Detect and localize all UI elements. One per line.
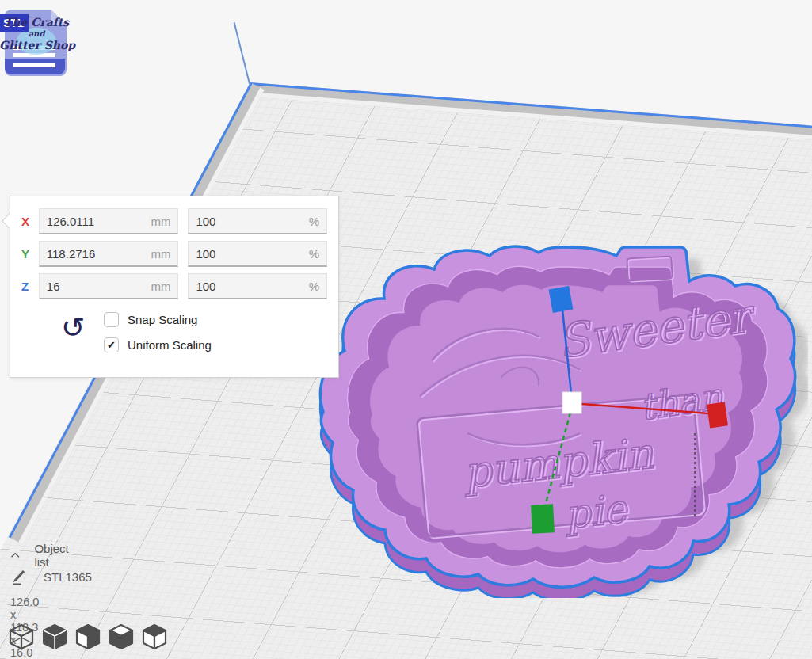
uniform-scaling-checkbox[interactable]: ✔ (104, 337, 119, 352)
snap-scaling-label: Snap Scaling (128, 313, 197, 326)
x-percent-unit: % (309, 215, 319, 228)
mesh-type-toolbar (8, 623, 168, 651)
scale-row-z: Z 16 mm 100 % (21, 273, 327, 299)
object-list-title[interactable]: Object list (34, 542, 72, 569)
wireframe-cube-icon (8, 623, 35, 651)
open-top-cube-icon (108, 623, 135, 651)
build-volume-corner-post (234, 22, 250, 84)
scale-options: ↺ Snap Scaling ✔ Uniform Scaling (21, 312, 327, 375)
y-size-unit: mm (151, 247, 170, 261)
reset-scale-icon[interactable]: ↺ (61, 314, 85, 342)
stl-file-logo: STL The Crafts and Glitter Shop (0, 2, 79, 81)
top-face-cube-button[interactable] (141, 623, 168, 651)
x-size-input[interactable]: 126.0111 mm (39, 208, 179, 234)
open-top-cube-button[interactable] (108, 623, 135, 651)
z-percent-unit: % (309, 280, 319, 293)
wireframe-cube-button[interactable] (8, 623, 35, 651)
solid-cube-icon (41, 623, 68, 651)
x-size-unit: mm (151, 215, 170, 228)
scale-handle-y[interactable] (531, 504, 555, 533)
x-size-value[interactable]: 126.0111 (47, 215, 94, 228)
solid-cube-button[interactable] (41, 623, 68, 651)
object-name[interactable]: STL1365 (44, 570, 92, 584)
axis-label-z: Z (21, 280, 39, 293)
watermark-line1: The Crafts (4, 16, 70, 29)
word-pie: pie (561, 486, 631, 538)
z-percent-input[interactable]: 100 % (188, 273, 327, 299)
snap-scaling-option[interactable]: Snap Scaling (104, 312, 212, 327)
watermark-line3: Glitter Shop (0, 39, 76, 51)
scale-handle-uniform[interactable] (562, 392, 581, 413)
front-face-cube-button[interactable] (74, 623, 101, 651)
uniform-scaling-label: Uniform Scaling (128, 338, 212, 352)
z-size-input[interactable]: 16 mm (39, 273, 179, 299)
object-list-item[interactable]: STL1365 (11, 569, 92, 585)
pencil-edit-icon[interactable] (11, 569, 28, 585)
watermark-line2: and (29, 29, 46, 38)
y-percent-unit: % (309, 247, 319, 261)
uniform-scaling-option[interactable]: ✔ Uniform Scaling (104, 337, 212, 352)
scale-tool-panel: X 126.0111 mm 100 % Y 118.2716 mm 100 % … (10, 196, 339, 378)
z-size-unit: mm (151, 280, 170, 293)
axis-label-y: Y (21, 247, 39, 261)
z-size-value[interactable]: 16 (47, 280, 60, 293)
scale-handle-z[interactable] (549, 286, 574, 313)
y-percent-value[interactable]: 100 (196, 247, 215, 261)
y-size-value[interactable]: 118.2716 (47, 247, 95, 261)
y-size-input[interactable]: 118.2716 mm (39, 241, 179, 267)
axis-label-x: X (21, 215, 39, 228)
y-percent-input[interactable]: 100 % (188, 241, 327, 267)
model-3d-freshie-mold[interactable]: Sweeter Sweeter than than pumpkin pumpki… (301, 234, 808, 598)
scale-row-y: Y 118.2716 mm 100 % (21, 241, 327, 267)
snap-scaling-checkbox[interactable] (104, 312, 119, 327)
x-percent-value[interactable]: 100 (196, 215, 215, 228)
scale-handle-x[interactable] (707, 402, 728, 428)
front-face-cube-icon (74, 623, 101, 651)
cura-viewport: Sweeter Sweeter than than pumpkin pumpki… (0, 0, 812, 659)
z-percent-value[interactable]: 100 (196, 280, 215, 293)
x-percent-input[interactable]: 100 % (188, 208, 327, 234)
chevron-up-icon[interactable] (10, 551, 20, 559)
scale-row-x: X 126.0111 mm 100 % (21, 208, 327, 234)
top-face-cube-icon (141, 623, 168, 651)
